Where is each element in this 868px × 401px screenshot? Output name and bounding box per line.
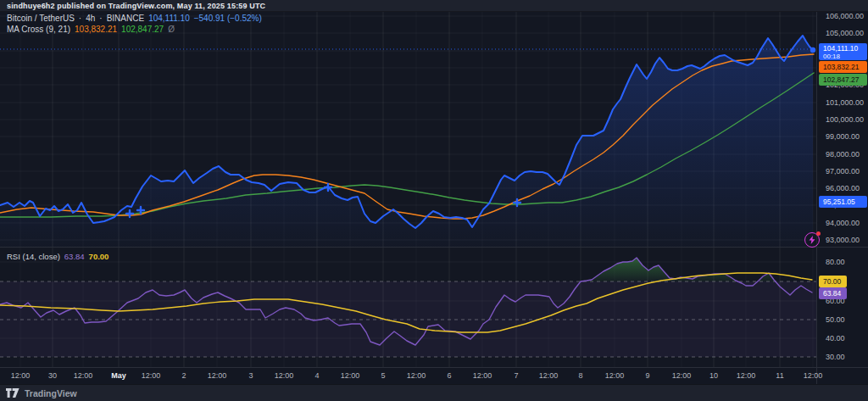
separator-dot: · [99,14,102,23]
tradingview-published-chart: sindhuye6h2 published on TradingView.com… [0,0,868,401]
tradingview-logo-icon[interactable] [6,388,19,398]
footer-bar: TradingView [0,384,868,401]
price-axis-label: 106,000.00 [826,12,864,20]
time-axis-tick: 12:00 [804,371,823,380]
price-axis-label: 98,000.00 [826,150,860,159]
time-axis-tick: 10 [709,371,718,380]
time-axis-tick: 3 [248,371,253,380]
time-axis-tick: 12:00 [672,371,692,380]
chart-canvas[interactable] [0,0,868,401]
symbol-interval: 4h [86,14,95,23]
time-axis-tick: 11 [776,371,783,380]
rsi-axis-label: 50.00 [826,315,845,324]
tradingview-brand[interactable]: TradingView [25,388,77,398]
time-axis-tick: 12:00 [605,371,625,380]
symbol-legend[interactable]: Bitcoin / TetherUS · 4h · BINANCE 104,11… [7,14,262,23]
lightning-icon [809,236,815,244]
time-axis-tick: 12:00 [473,371,492,380]
ma-cross-title: MA Cross (9, 21) [7,25,70,34]
time-axis-tick: 12:00 [142,371,161,380]
time-axis-tick: 8 [578,371,582,380]
rsi-axis-badge: 70.00 [819,276,847,287]
price-axis-badge: 95,251.05 [819,196,867,208]
rsi-axis-label: 30.00 [826,353,845,361]
time-axis-tick: 12:00 [208,371,227,380]
boost-button[interactable] [804,232,820,248]
time-axis-tick: 12:00 [275,371,294,380]
price-axis-label: 97,000.00 [826,167,860,175]
time-axis-tick: 7 [514,371,518,380]
time-axis-tick: 6 [447,371,451,380]
publish-info-text: sindhuye6h2 published on TradingView.com… [7,2,265,10]
time-axis-tick: 9 [645,371,649,380]
time-axis-tick: May [111,371,126,380]
rsi-axis-label: 80.00 [826,258,845,266]
ma-slow-value: 102,847.27 [121,25,164,34]
time-axis-tick: 4 [314,371,319,380]
time-axis-tick: 12:00 [341,371,360,380]
price-axis-label: 105,000.00 [826,29,864,37]
time-axis-tick: 12:00 [407,371,426,380]
hidden-values-icon: Ø [168,25,175,34]
symbol-name: Bitcoin / TetherUS [7,14,75,23]
publish-info-bar: sindhuye6h2 published on TradingView.com… [0,0,868,12]
rsi-legend[interactable]: RSI (14, close) 63.84 70.00 [7,252,108,261]
notification-dot [816,231,821,236]
time-axis-tick: 5 [381,371,385,380]
time-axis-tick: 12:00 [737,371,756,380]
price-change-value: −540.91 (−0.52%) [194,14,262,23]
separator-dot: · [79,14,81,23]
price-axis-label: 96,000.00 [826,184,860,192]
price-axis-badge: 103,832.21 [819,61,867,73]
price-axis-label: 101,000.00 [826,98,864,107]
last-price-value: 104,111.10 [148,14,190,23]
time-axis-tick: 2 [181,371,186,380]
rsi-value: 63.84 [64,252,85,261]
price-axis-label: 94,000.00 [826,219,860,227]
ma-cross-legend[interactable]: MA Cross (9, 21) 103,832.21 102,847.27 Ø [7,25,175,34]
rsi-title: RSI (14, close) [7,252,60,261]
price-axis-badge: 104,111.1000:18 [819,43,867,60]
time-axis-tick: 12:00 [539,371,559,380]
symbol-exchange: BINANCE [107,14,144,23]
bar-close-countdown: 00:18 [823,53,867,60]
last-price-dot [810,47,815,53]
ma-fast-value: 103,832.21 [75,25,117,34]
price-axis-label: 99,000.00 [826,132,860,141]
price-axis-label: 93,000.00 [826,236,860,244]
price-axis-badge: 102,847.27 [819,74,867,86]
price-axis-label: 100,000.00 [826,115,864,124]
time-axis-tick: 30 [48,371,57,380]
rsi-axis-label: 40.00 [826,334,845,343]
time-axis-tick: 12:00 [11,371,31,380]
rsi-ma-value: 70.00 [89,252,109,261]
rsi-axis-badge: 63.84 [819,287,847,299]
time-axis-tick: 12:00 [74,371,93,380]
